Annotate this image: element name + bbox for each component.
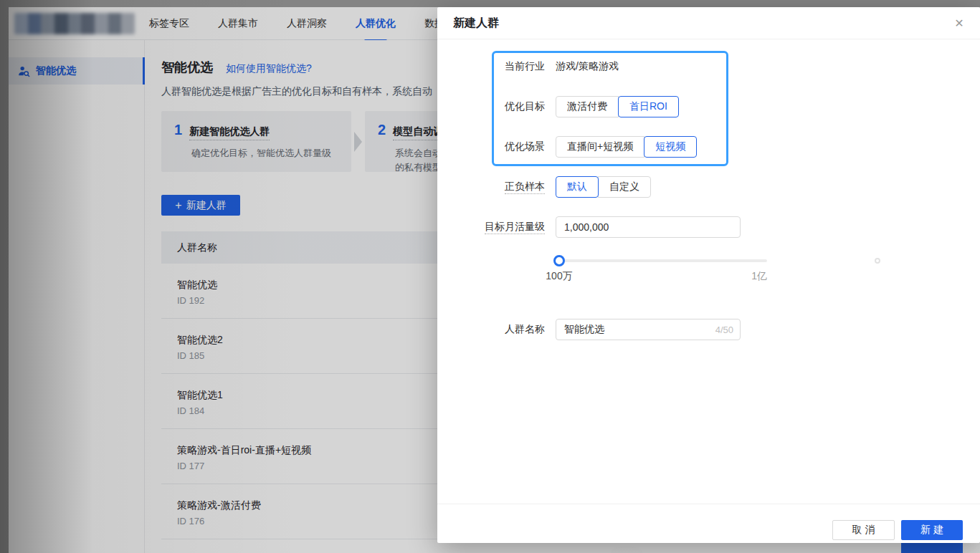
- goal-label: 优化目标: [437, 100, 545, 113]
- person-search-icon: [18, 65, 30, 77]
- step-arrow-icon: [354, 132, 362, 152]
- mau-slider-handle[interactable]: [553, 255, 565, 266]
- sample-label-text: 正负样本: [505, 181, 545, 194]
- char-counter: 4/50: [715, 324, 733, 335]
- plus-icon: +: [175, 200, 181, 211]
- industry-label: 当前行业: [437, 60, 545, 73]
- scene-option-live-plus-short-video[interactable]: 直播间+短视频: [556, 136, 644, 158]
- scene-option-short-video[interactable]: 短视频: [644, 136, 697, 158]
- step-card-1: 1 新建智能优选人群 确定优化目标，智能优选人群量级: [161, 111, 351, 172]
- mau-row: 目标月活量级: [437, 216, 741, 238]
- industry-value: 游戏/策略游戏: [556, 60, 619, 73]
- new-audience-button[interactable]: + 新建人群: [161, 195, 240, 216]
- modal-footer: 取 消 新 建: [437, 504, 980, 543]
- mau-input[interactable]: [556, 216, 741, 238]
- step-number: 1: [174, 122, 182, 138]
- sample-row: 正负样本 默认 自定义: [437, 176, 651, 198]
- tab-audience-insight[interactable]: 人群洞察: [287, 17, 327, 30]
- name-label: 人群名称: [437, 323, 545, 336]
- create-button[interactable]: 新 建: [901, 520, 963, 540]
- tab-label: 人群优化: [356, 17, 396, 29]
- mau-label-text: 目标月活量级: [485, 221, 545, 234]
- sample-option-default[interactable]: 默认: [556, 176, 599, 198]
- industry-row: 当前行业 游戏/策略游戏: [437, 56, 619, 77]
- dimmed-button-behind: [901, 543, 963, 553]
- modal-body: 当前行业 游戏/策略游戏 优化目标 激活付费 首日ROI 优化场景 直播间+短视…: [437, 39, 980, 504]
- scene-label: 优化场景: [437, 140, 545, 153]
- goal-row: 优化目标 激活付费 首日ROI: [437, 96, 679, 117]
- sample-option-custom[interactable]: 自定义: [598, 176, 651, 198]
- sample-label: 正负样本: [437, 181, 545, 193]
- nav-tabs: 标签专区 人群集市 人群洞察 人群优化 数据: [149, 7, 444, 39]
- scene-row: 优化场景 直播间+短视频 短视频: [437, 136, 697, 158]
- new-audience-button-label: 新建人群: [186, 199, 227, 212]
- tab-audience-optimization[interactable]: 人群优化: [356, 17, 396, 30]
- step-description: 确定优化目标，智能优选人群量级: [191, 146, 340, 160]
- name-row: 人群名称 4/50: [437, 319, 741, 340]
- sidebar-item-label: 智能优选: [36, 64, 76, 77]
- mau-slider-end-dot: [875, 258, 880, 264]
- create-audience-modal: 新建人群 ✕ 当前行业 游戏/策略游戏 优化目标 激活付费 首日ROI 优化场景…: [437, 7, 980, 543]
- modal-title: 新建人群: [453, 16, 499, 31]
- tab-label-zone[interactable]: 标签专区: [149, 17, 189, 30]
- goal-option-first-day-roi[interactable]: 首日ROI: [618, 96, 679, 117]
- mau-slider-track[interactable]: [559, 259, 767, 262]
- mau-label: 目标月活量级: [437, 221, 545, 234]
- goal-option-activation-pay[interactable]: 激活付费: [556, 96, 619, 117]
- modal-header: 新建人群 ✕: [437, 7, 980, 39]
- slider-min-label: 100万: [538, 270, 581, 283]
- sidebar-item-smart-selection[interactable]: 智能优选: [9, 57, 144, 85]
- step-title: 新建智能优选人群: [189, 125, 270, 140]
- censored-logo: [14, 13, 135, 34]
- cancel-button[interactable]: 取 消: [832, 520, 895, 540]
- step-title: 模型自动训: [393, 125, 443, 140]
- page-title: 智能优选: [161, 59, 213, 76]
- close-icon[interactable]: ✕: [951, 16, 967, 32]
- slider-max-label: 1亿: [746, 270, 767, 283]
- audience-name-input[interactable]: [556, 319, 741, 340]
- step-number: 2: [378, 122, 386, 138]
- sidebar: 智能优选: [9, 40, 145, 553]
- tab-audience-market[interactable]: 人群集市: [218, 17, 258, 30]
- how-to-use-link[interactable]: 如何使用智能优选?: [226, 62, 312, 75]
